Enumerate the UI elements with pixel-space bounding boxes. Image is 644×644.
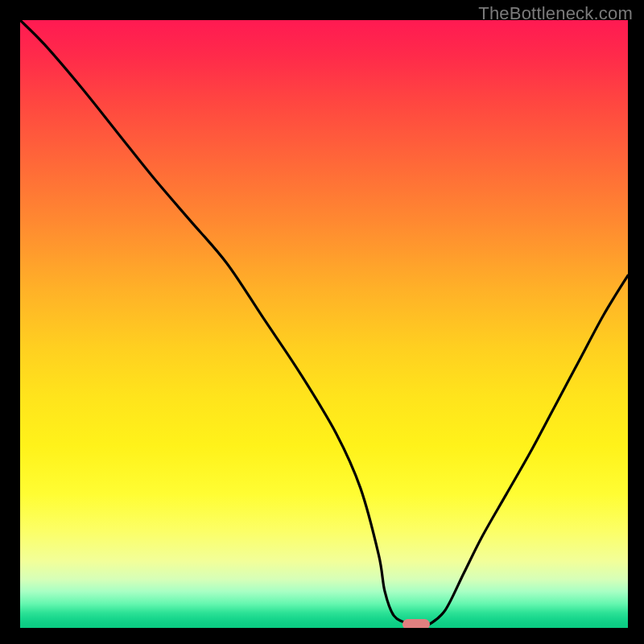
optimal-marker: [402, 619, 430, 628]
curve-svg: [20, 20, 628, 628]
chart-frame: TheBottleneck.com: [0, 0, 644, 644]
watermark-text: TheBottleneck.com: [478, 3, 633, 24]
bottleneck-curve-path: [20, 20, 628, 625]
plot-area: [20, 20, 628, 628]
